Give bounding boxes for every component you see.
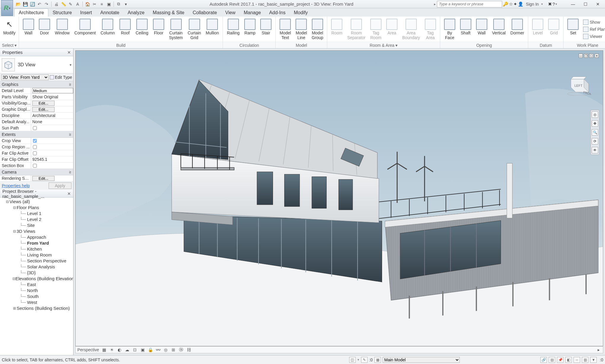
qat-undo-icon[interactable]: ↶ xyxy=(36,1,43,7)
stair-tool[interactable]: Stair xyxy=(258,18,274,36)
property-checkbox[interactable] xyxy=(33,151,37,155)
column-tool[interactable]: Column xyxy=(98,18,117,36)
lock-view-icon[interactable]: 🔒 xyxy=(148,347,153,352)
tree-node[interactable]: ⊟3D Views xyxy=(1,228,73,234)
tab-addins[interactable]: Add-Ins xyxy=(265,9,290,17)
property-text-input[interactable] xyxy=(32,88,73,93)
expand-toggle-icon[interactable]: ⊟ xyxy=(5,199,9,205)
select-links-icon[interactable]: 🔗 xyxy=(540,357,547,363)
tree-node[interactable]: ⊟Elevations (Building Elevation xyxy=(1,276,73,282)
tab-massing-site[interactable]: Massing & Site xyxy=(149,9,189,17)
tab-modify[interactable]: Modify xyxy=(290,9,312,17)
tab-analyze[interactable]: Analyze xyxy=(123,9,149,17)
view-restore-icon[interactable]: ❐ xyxy=(584,54,588,58)
qat-section-icon[interactable]: ✂ xyxy=(91,1,98,7)
panel-title-select[interactable]: Select ▾ xyxy=(0,42,19,48)
property-checkbox[interactable] xyxy=(33,164,37,168)
expand-toggle-icon[interactable]: ⊟ xyxy=(12,228,17,234)
workplane-viewer-button[interactable]: Viewer xyxy=(582,33,605,40)
qat-print-icon[interactable]: 🖨 xyxy=(53,1,60,7)
select-underlay-icon[interactable]: ▤ xyxy=(549,357,555,363)
by-face-tool[interactable]: By Face xyxy=(442,18,457,41)
model-line-tool[interactable]: Model Line xyxy=(293,18,309,41)
tab-architecture[interactable]: Architecture xyxy=(14,9,48,17)
tree-node[interactable]: └─West xyxy=(1,299,73,305)
instance-selector[interactable]: 3D View: From Yard xyxy=(1,74,49,80)
crop-view-icon[interactable]: ⊡ xyxy=(132,347,138,352)
browser-header[interactable]: Project Browser - rac_basic_sample_...✕ xyxy=(0,190,73,198)
ceiling-tool[interactable]: Ceiling xyxy=(133,18,150,36)
expand-toggle-icon[interactable]: ⊟ xyxy=(12,276,15,282)
vcb-right-arrow-icon[interactable]: ▸ xyxy=(596,347,601,352)
tab-structure[interactable]: Structure xyxy=(48,9,76,17)
qat-dimensions-icon[interactable]: ✎ xyxy=(67,1,74,7)
properties-header[interactable]: Properties✕ xyxy=(0,49,73,56)
tree-node[interactable]: └─Approach xyxy=(1,234,73,240)
property-checkbox[interactable] xyxy=(33,139,37,143)
view-close-icon[interactable]: ✕ xyxy=(595,54,599,58)
tree-node[interactable]: ⊟Floor Plans xyxy=(1,205,73,211)
visual-style-icon[interactable]: ▦ xyxy=(101,347,107,352)
qat-3d-view-icon[interactable]: 🏠 xyxy=(84,1,91,7)
apply-button[interactable]: Apply xyxy=(49,182,71,189)
qat-save-icon[interactable]: 💾 xyxy=(22,1,28,7)
property-checkbox[interactable] xyxy=(33,145,37,149)
qat-switch-windows-icon[interactable]: ⧉ xyxy=(115,1,122,7)
chevron-down-icon[interactable]: ▾ xyxy=(70,63,71,67)
app-store-icon[interactable]: ✦ xyxy=(513,1,517,7)
help-search-input[interactable] xyxy=(437,1,502,7)
floor-tool[interactable]: Floor xyxy=(151,18,166,36)
shaft-tool[interactable]: Shaft xyxy=(458,18,473,36)
type-selector[interactable]: 3D View ▾ xyxy=(0,56,73,73)
window-close-button[interactable]: ✕ xyxy=(592,0,604,8)
select-face-icon[interactable]: ◧ xyxy=(565,357,572,363)
tree-node[interactable]: ⊞Sections (Building Section) xyxy=(1,305,73,311)
wall-tool[interactable]: Wall xyxy=(21,18,36,36)
property-edit-button[interactable]: Edit... xyxy=(32,176,55,181)
ref-plane-button[interactable]: Ref Plane xyxy=(582,26,605,33)
window-tool[interactable]: Window xyxy=(53,18,72,36)
qat-sync-icon[interactable]: 🔄 xyxy=(29,1,36,7)
exchange-apps-icon[interactable]: ✖ xyxy=(548,1,552,7)
model-text-tool[interactable]: Model Text xyxy=(277,18,293,41)
qat-customize-icon[interactable]: ▾ xyxy=(122,1,129,7)
tree-node[interactable]: └─Kitchen xyxy=(1,246,73,252)
window-maximize-button[interactable]: ☐ xyxy=(580,0,591,8)
tab-insert[interactable]: Insert xyxy=(76,9,96,17)
close-icon[interactable]: ✕ xyxy=(67,191,71,196)
help-icon[interactable]: ? xyxy=(553,1,555,7)
qat-text-icon[interactable]: A xyxy=(74,1,81,7)
workset-selector[interactable]: Main Model xyxy=(383,357,460,363)
tree-node[interactable]: └─Living Room xyxy=(1,252,73,258)
properties-help-link[interactable]: Properties help xyxy=(2,183,30,188)
window-minimize-button[interactable]: — xyxy=(567,0,579,8)
model-group-tool[interactable]: Model Group xyxy=(310,18,325,41)
filter-icon[interactable]: ▼ xyxy=(590,357,597,363)
component-tool[interactable]: Component xyxy=(72,18,98,36)
qat-measure-icon[interactable]: 📏 xyxy=(60,1,67,7)
tree-node[interactable]: └─Level 1 xyxy=(1,211,73,217)
edit-type-button[interactable]: Edit Type xyxy=(50,75,72,80)
property-edit-button[interactable]: Edit... xyxy=(32,107,55,112)
expand-toggle-icon[interactable]: ⊟ xyxy=(12,205,17,211)
user-icon[interactable]: 👤 xyxy=(518,1,523,7)
rendering-dialog-icon[interactable]: ☁ xyxy=(124,347,130,352)
vertical-tool[interactable]: Vertical xyxy=(490,18,508,36)
qat-thin-lines-icon[interactable]: ≡ xyxy=(98,1,105,7)
mullion-tool[interactable]: Mullion xyxy=(204,18,221,36)
tree-node[interactable]: └─East xyxy=(1,282,73,288)
analytical-model-icon[interactable]: ⓐ xyxy=(178,347,184,352)
shadows-icon[interactable]: ◐ xyxy=(117,347,122,352)
tree-node[interactable]: └─Level 2 xyxy=(1,217,73,222)
tree-node[interactable]: ⊟Views (all) xyxy=(1,199,73,205)
community-icon[interactable]: ☆ xyxy=(509,1,513,7)
property-group-header[interactable]: Graphics⋩ xyxy=(0,81,73,88)
tab-annotate[interactable]: Annotate xyxy=(96,9,123,17)
tab-view[interactable]: View xyxy=(221,9,240,17)
railing-tool[interactable]: Railing xyxy=(225,18,242,36)
look-icon[interactable]: 👁 xyxy=(592,147,598,153)
view-cube[interactable]: LEFT FRONT xyxy=(564,74,591,96)
full-nav-wheel-icon[interactable]: ◎ xyxy=(592,111,598,118)
constraints-icon[interactable]: ⛓ xyxy=(186,347,191,352)
tab-manage[interactable]: Manage xyxy=(240,9,265,17)
